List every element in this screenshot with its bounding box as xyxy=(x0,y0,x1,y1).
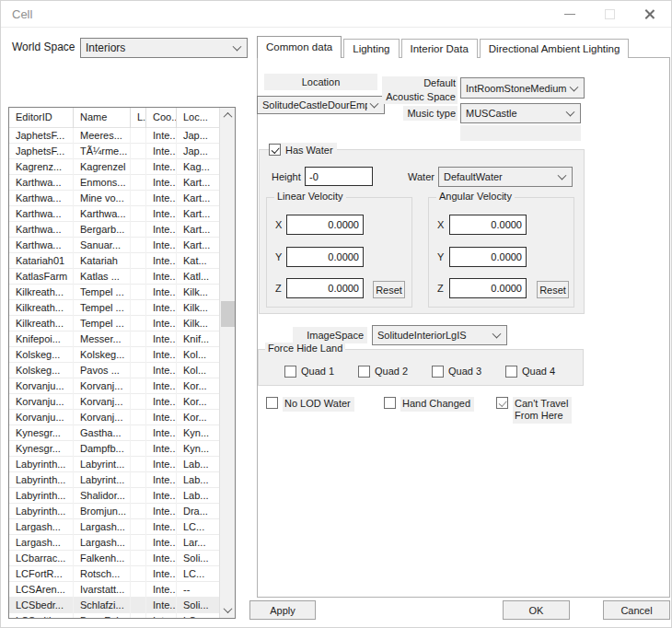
table-row[interactable]: Karthwa...Enmons...Inte...Kart... xyxy=(9,175,219,191)
column-header-loc[interactable]: Loc... xyxy=(177,108,219,128)
hand-changed-checkbox[interactable] xyxy=(384,397,396,409)
table-row[interactable]: Karthwa...Mine vo...Inte...Kart... xyxy=(9,191,219,206)
height-label: Height xyxy=(270,171,303,182)
table-row[interactable]: LCbarrac...Falkenh...Inte...Soli... xyxy=(9,551,219,566)
quad-1-checkbox-row[interactable]: Quad 1 xyxy=(284,365,338,378)
table-row[interactable]: Largash...Largash...Inte...LC... xyxy=(9,519,219,535)
table-cell: Inte... xyxy=(146,206,177,222)
table-row[interactable]: Korvanju...Korvanj...Inte...Kor... xyxy=(9,410,219,425)
table-row[interactable]: Karthwa...Sanuar...Inte...Kart... xyxy=(9,238,219,253)
water-select[interactable]: DefaultWater xyxy=(438,167,573,187)
music-type-select[interactable]: MUSCastle xyxy=(460,103,581,123)
tab-interior-data[interactable]: Interior Data xyxy=(401,39,478,58)
scroll-up-button[interactable] xyxy=(220,108,236,123)
column-header-name[interactable]: Name xyxy=(74,108,131,128)
table-cell: JaphetsF... xyxy=(9,128,74,144)
table-row[interactable]: Karthwa...Karthwa...Inte...Kart... xyxy=(9,206,219,222)
angular-reset-button[interactable]: Reset xyxy=(537,281,569,298)
table-row[interactable]: Labyrinth...Shalidor...Inte...Lab... xyxy=(9,488,219,504)
quad-4-checkbox[interactable] xyxy=(505,366,517,378)
table-row[interactable]: Katariah01KatariahInte...Kat... xyxy=(9,253,219,269)
close-icon xyxy=(643,8,655,20)
apply-button[interactable]: Apply xyxy=(249,600,316,620)
quad-3-checkbox[interactable] xyxy=(432,366,444,378)
cancel-button[interactable]: Cancel xyxy=(603,600,670,620)
close-button[interactable] xyxy=(631,1,667,27)
table-row[interactable]: Kynesgr...Dampfb...Inte...Kyn... xyxy=(9,441,219,457)
linear-z-input[interactable] xyxy=(286,278,364,298)
no-lod-water-checkbox[interactable] xyxy=(266,397,278,409)
no-lod-water-checkbox-row[interactable]: No LOD Water xyxy=(266,397,354,412)
table-row[interactable]: LCSAren...Ivarstatt...Inte...-- xyxy=(9,582,219,598)
cant-travel-checkbox[interactable] xyxy=(496,397,508,409)
imagespace-select[interactable]: SolitudeInteriorLgIS xyxy=(372,325,507,345)
height-input[interactable] xyxy=(305,167,373,186)
table-row[interactable]: Knifepoi...Messer...Inte...Knif... xyxy=(9,331,219,347)
quad-4-checkbox-row[interactable]: Quad 4 xyxy=(505,365,559,378)
table-cell: LCbarrac... xyxy=(9,551,74,566)
scroll-down-button[interactable] xyxy=(220,602,236,618)
table-row[interactable]: Largash...Largash...Inte...Lar... xyxy=(9,535,219,551)
cant-travel-checkbox-row[interactable]: Can't Travel From Here xyxy=(496,397,572,424)
linear-y-input[interactable] xyxy=(286,247,364,267)
linear-x-input[interactable] xyxy=(286,215,364,235)
acoustic-space-value: IntRoomStoneMedium xyxy=(466,83,567,94)
quad-3-checkbox-row[interactable]: Quad 3 xyxy=(432,365,485,378)
tab-lighting[interactable]: Lighting xyxy=(343,39,399,58)
table-row[interactable]: Korvanju...Korvanj...Inte...Kor... xyxy=(9,378,219,394)
table-row[interactable]: Karthwa...Bergarb...Inte...Kart... xyxy=(9,222,219,238)
scrollbar-thumb[interactable] xyxy=(221,301,235,327)
table-row[interactable]: Kilkreath...Tempel ...Inte...Kilk... xyxy=(9,300,219,316)
table-cell: Inte... xyxy=(146,504,177,519)
table-cell: Inte... xyxy=(146,582,177,598)
table-row[interactable]: Labyrinth...Bromjun...Inte...Dra... xyxy=(9,504,219,519)
maximize-button[interactable] xyxy=(591,1,628,27)
quad-2-checkbox[interactable] xyxy=(358,366,370,378)
table-cell: Kyn... xyxy=(177,441,219,457)
angular-y-input[interactable] xyxy=(449,247,527,267)
quad-3-label: Quad 3 xyxy=(448,366,481,377)
minimize-button[interactable] xyxy=(551,1,588,27)
table-row[interactable]: JaphetsF...Meeres...Inte...Jap... xyxy=(9,128,219,144)
angular-z-input[interactable] xyxy=(449,278,527,298)
table-cell xyxy=(131,191,146,206)
table-row[interactable]: Kolskeg...Pavos ...Inte...Kol... xyxy=(9,363,219,378)
table-row[interactable]: Labyrinth...Labyrint...Inte...Lab... xyxy=(9,457,219,472)
has-water-checkbox-row[interactable]: Has Water xyxy=(269,143,337,157)
table-row[interactable]: KatlasFarmKatlas ...Inte...Katl... xyxy=(9,269,219,285)
table-cell: Gastha... xyxy=(74,425,131,441)
table-row[interactable]: LCFortR...Rotsch...Inte...LC... xyxy=(9,566,219,582)
tab-directional-ambient-lighting[interactable]: Directional Ambient Lighting xyxy=(480,39,630,58)
column-header-coo[interactable]: Coo... xyxy=(146,108,177,128)
quad-1-checkbox[interactable] xyxy=(284,366,296,378)
table-row[interactable]: Kilkreath...Tempel ...Inte...Kilk... xyxy=(9,285,219,300)
location-select[interactable]: SolitudeCastleDourEmp xyxy=(257,96,385,114)
water-value: DefaultWater xyxy=(444,171,555,182)
ok-button[interactable]: OK xyxy=(503,600,570,620)
angular-x-input[interactable] xyxy=(449,215,527,235)
acoustic-space-select[interactable]: IntRoomStoneMedium xyxy=(460,77,585,99)
table-row[interactable]: LCSbedr...Schlafzi...Inte...Soli... xyxy=(9,598,219,613)
table-row[interactable]: Labyrinth...Labyrint...Inte...Lab... xyxy=(9,472,219,488)
table-row[interactable]: LCSmith...Bren Fal...Inte...LC... xyxy=(9,613,219,618)
table-row[interactable]: Kynesgr...Gastha...Inte...Kyn... xyxy=(9,425,219,441)
tab-common-data[interactable]: Common data xyxy=(257,36,342,58)
quad-2-checkbox-row[interactable]: Quad 2 xyxy=(358,365,411,378)
table-row[interactable]: Kilkreath...Tempel ...Inte...Kilk... xyxy=(9,316,219,331)
table-cell: LCSbedr... xyxy=(9,598,74,613)
hand-changed-checkbox-row[interactable]: Hand Changed xyxy=(384,397,474,412)
table-row[interactable]: Korvanju...Korvanj...Inte...Kor... xyxy=(9,394,219,410)
has-water-checkbox[interactable] xyxy=(269,144,281,156)
table-row[interactable]: JaphetsF...TÃ¼rme...Inte...Jap... xyxy=(9,144,219,159)
table-cell: Dra... xyxy=(177,504,219,519)
table-cell: Inte... xyxy=(146,269,177,285)
column-header-editorid[interactable]: EditorID xyxy=(9,108,74,128)
world-space-select[interactable]: Interiors xyxy=(80,38,248,58)
quad-4-label: Quad 4 xyxy=(522,366,555,377)
linear-reset-button[interactable]: Reset xyxy=(373,281,405,298)
table-row[interactable]: Kagrenz...KagrenzelInte...Kag... xyxy=(9,159,219,175)
chevron-down-icon xyxy=(567,78,584,98)
column-header-l[interactable]: L. xyxy=(131,108,146,128)
table-row[interactable]: Kolskeg...Kolskeg...Inte...Kol... xyxy=(9,347,219,363)
cell-list-scrollbar[interactable] xyxy=(219,108,235,618)
